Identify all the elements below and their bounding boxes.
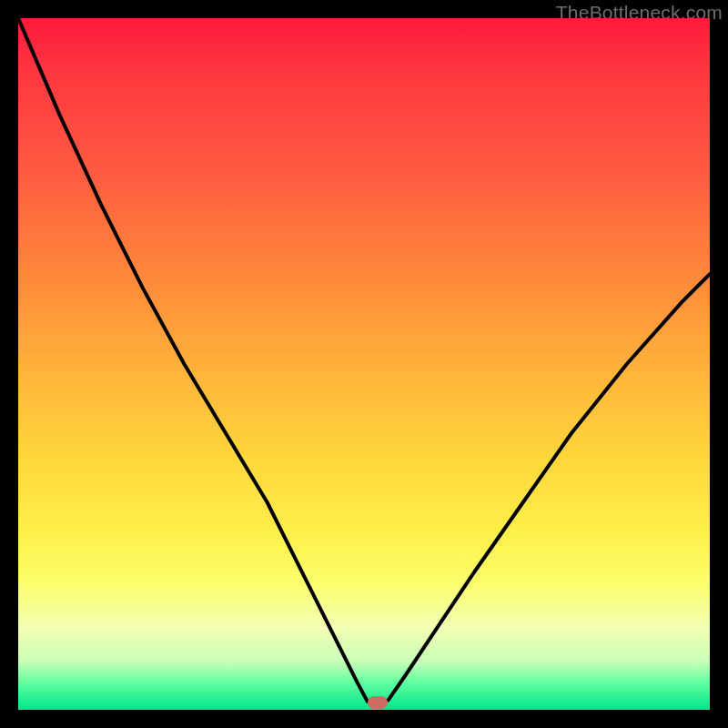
optimal-point-marker [368,696,388,709]
bottleneck-curve [18,18,710,710]
curve-path [18,18,710,704]
chart-frame: TheBottleneck.com [0,0,728,728]
plot-area [18,18,710,710]
